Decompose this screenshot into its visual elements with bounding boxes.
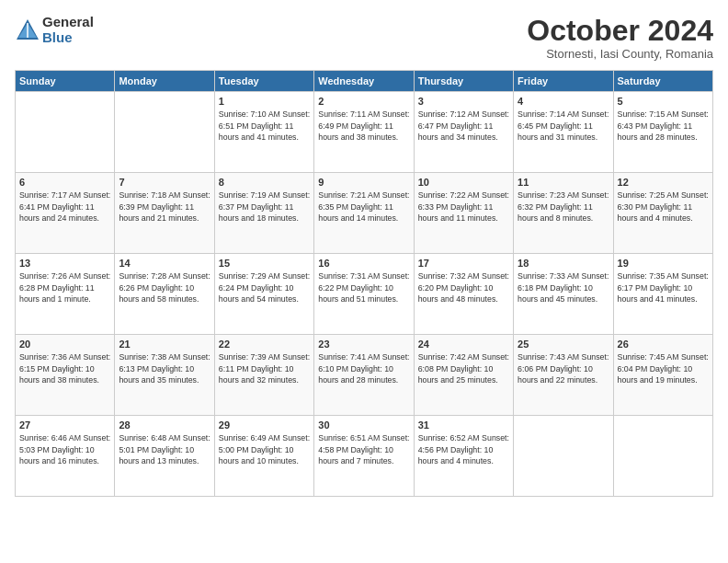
- logo-general-text: General: [42, 15, 94, 30]
- calendar-cell-2-4: 17Sunrise: 7:32 AM Sunset: 6:20 PM Dayli…: [414, 254, 513, 335]
- calendar-cell-0-2: 1Sunrise: 7:10 AM Sunset: 6:51 PM Daylig…: [214, 92, 313, 173]
- day-info: Sunrise: 7:36 AM Sunset: 6:15 PM Dayligh…: [19, 351, 110, 385]
- day-number: 17: [418, 258, 509, 269]
- calendar-cell-1-3: 9Sunrise: 7:21 AM Sunset: 6:35 PM Daylig…: [314, 173, 414, 254]
- day-number: 1: [219, 96, 310, 107]
- header-tuesday: Tuesday: [214, 71, 313, 92]
- calendar-cell-4-4: 31Sunrise: 6:52 AM Sunset: 4:56 PM Dayli…: [414, 416, 513, 497]
- logo: General Blue: [15, 15, 94, 45]
- calendar-cell-0-6: 5Sunrise: 7:15 AM Sunset: 6:43 PM Daylig…: [613, 92, 712, 173]
- logo-icon: [15, 17, 40, 43]
- header: General Blue October 2024 Stornesti, Ias…: [15, 15, 713, 61]
- day-info: Sunrise: 7:22 AM Sunset: 6:33 PM Dayligh…: [418, 190, 509, 224]
- header-friday: Friday: [514, 71, 613, 92]
- day-info: Sunrise: 6:52 AM Sunset: 4:56 PM Dayligh…: [418, 432, 509, 466]
- day-number: 23: [318, 339, 409, 350]
- day-info: Sunrise: 7:19 AM Sunset: 6:37 PM Dayligh…: [219, 190, 310, 224]
- day-number: 28: [119, 419, 210, 431]
- header-wednesday: Wednesday: [314, 71, 414, 92]
- day-number: 4: [518, 96, 609, 107]
- day-info: Sunrise: 7:18 AM Sunset: 6:39 PM Dayligh…: [119, 190, 210, 224]
- day-number: 9: [318, 177, 409, 188]
- header-sunday: Sunday: [16, 71, 115, 92]
- calendar-cell-2-5: 18Sunrise: 7:33 AM Sunset: 6:18 PM Dayli…: [514, 254, 613, 335]
- day-info: Sunrise: 7:14 AM Sunset: 6:45 PM Dayligh…: [518, 109, 609, 143]
- day-number: 5: [618, 96, 709, 107]
- day-number: 29: [219, 419, 310, 431]
- calendar-cell-4-0: 27Sunrise: 6:46 AM Sunset: 5:03 PM Dayli…: [16, 416, 115, 497]
- day-number: 20: [19, 339, 110, 350]
- day-number: 18: [518, 258, 609, 269]
- calendar-cell-1-4: 10Sunrise: 7:22 AM Sunset: 6:33 PM Dayli…: [414, 173, 513, 254]
- day-number: 12: [618, 177, 709, 188]
- day-info: Sunrise: 6:51 AM Sunset: 4:58 PM Dayligh…: [318, 432, 409, 466]
- calendar-cell-3-5: 25Sunrise: 7:43 AM Sunset: 6:06 PM Dayli…: [514, 335, 613, 416]
- day-number: 11: [518, 177, 609, 188]
- day-info: Sunrise: 7:26 AM Sunset: 6:28 PM Dayligh…: [19, 270, 110, 304]
- day-info: Sunrise: 7:41 AM Sunset: 6:10 PM Dayligh…: [318, 351, 409, 385]
- day-number: 21: [119, 339, 210, 350]
- day-info: Sunrise: 7:38 AM Sunset: 6:13 PM Dayligh…: [119, 351, 210, 385]
- week-row-3: 20Sunrise: 7:36 AM Sunset: 6:15 PM Dayli…: [16, 335, 713, 416]
- week-row-0: 1Sunrise: 7:10 AM Sunset: 6:51 PM Daylig…: [16, 92, 713, 173]
- week-row-4: 27Sunrise: 6:46 AM Sunset: 5:03 PM Dayli…: [16, 416, 713, 497]
- calendar-cell-3-1: 21Sunrise: 7:38 AM Sunset: 6:13 PM Dayli…: [115, 335, 214, 416]
- location-text: Stornesti, Iasi County, Romania: [527, 47, 713, 61]
- title-block: October 2024 Stornesti, Iasi County, Rom…: [527, 15, 713, 61]
- day-number: 24: [418, 339, 509, 350]
- calendar-cell-0-1: [115, 92, 214, 173]
- day-info: Sunrise: 7:43 AM Sunset: 6:06 PM Dayligh…: [518, 351, 609, 385]
- day-number: 27: [19, 419, 110, 431]
- calendar-cell-1-0: 6Sunrise: 7:17 AM Sunset: 6:41 PM Daylig…: [16, 173, 115, 254]
- day-info: Sunrise: 7:31 AM Sunset: 6:22 PM Dayligh…: [318, 270, 409, 304]
- calendar-table: Sunday Monday Tuesday Wednesday Thursday…: [15, 70, 713, 497]
- day-info: Sunrise: 6:46 AM Sunset: 5:03 PM Dayligh…: [19, 432, 110, 466]
- day-info: Sunrise: 6:49 AM Sunset: 5:00 PM Dayligh…: [219, 432, 310, 466]
- day-number: 2: [318, 96, 409, 107]
- calendar-cell-3-6: 26Sunrise: 7:45 AM Sunset: 6:04 PM Dayli…: [613, 335, 712, 416]
- page: General Blue October 2024 Stornesti, Ias…: [0, 0, 728, 563]
- day-info: Sunrise: 7:32 AM Sunset: 6:20 PM Dayligh…: [418, 270, 509, 304]
- day-number: 3: [418, 96, 509, 107]
- header-saturday: Saturday: [613, 71, 712, 92]
- day-number: 19: [618, 258, 709, 269]
- day-info: Sunrise: 7:10 AM Sunset: 6:51 PM Dayligh…: [219, 109, 310, 143]
- calendar-cell-2-2: 15Sunrise: 7:29 AM Sunset: 6:24 PM Dayli…: [214, 254, 313, 335]
- day-info: Sunrise: 7:11 AM Sunset: 6:49 PM Dayligh…: [318, 109, 409, 143]
- day-number: 25: [518, 339, 609, 350]
- day-number: 15: [219, 258, 310, 269]
- day-info: Sunrise: 7:39 AM Sunset: 6:11 PM Dayligh…: [219, 351, 310, 385]
- day-info: Sunrise: 6:48 AM Sunset: 5:01 PM Dayligh…: [119, 432, 210, 466]
- logo-blue-text: Blue: [42, 30, 94, 46]
- day-info: Sunrise: 7:23 AM Sunset: 6:32 PM Dayligh…: [518, 190, 609, 224]
- day-info: Sunrise: 7:21 AM Sunset: 6:35 PM Dayligh…: [318, 190, 409, 224]
- calendar-cell-0-4: 3Sunrise: 7:12 AM Sunset: 6:47 PM Daylig…: [414, 92, 513, 173]
- day-number: 30: [318, 419, 409, 431]
- week-row-1: 6Sunrise: 7:17 AM Sunset: 6:41 PM Daylig…: [16, 173, 713, 254]
- day-info: Sunrise: 7:15 AM Sunset: 6:43 PM Dayligh…: [618, 109, 709, 143]
- day-number: 26: [618, 339, 709, 350]
- calendar-cell-0-5: 4Sunrise: 7:14 AM Sunset: 6:45 PM Daylig…: [514, 92, 613, 173]
- day-number: 7: [119, 177, 210, 188]
- calendar-cell-3-0: 20Sunrise: 7:36 AM Sunset: 6:15 PM Dayli…: [16, 335, 115, 416]
- calendar-cell-3-2: 22Sunrise: 7:39 AM Sunset: 6:11 PM Dayli…: [214, 335, 313, 416]
- calendar-cell-0-0: [16, 92, 115, 173]
- header-thursday: Thursday: [414, 71, 513, 92]
- calendar-cell-2-3: 16Sunrise: 7:31 AM Sunset: 6:22 PM Dayli…: [314, 254, 414, 335]
- calendar-header-row: Sunday Monday Tuesday Wednesday Thursday…: [16, 71, 713, 92]
- day-number: 10: [418, 177, 509, 188]
- calendar-cell-1-5: 11Sunrise: 7:23 AM Sunset: 6:32 PM Dayli…: [514, 173, 613, 254]
- calendar-cell-4-3: 30Sunrise: 6:51 AM Sunset: 4:58 PM Dayli…: [314, 416, 414, 497]
- calendar-cell-2-0: 13Sunrise: 7:26 AM Sunset: 6:28 PM Dayli…: [16, 254, 115, 335]
- logo-text: General Blue: [42, 15, 94, 45]
- day-number: 8: [219, 177, 310, 188]
- calendar-cell-1-2: 8Sunrise: 7:19 AM Sunset: 6:37 PM Daylig…: [214, 173, 313, 254]
- day-number: 22: [219, 339, 310, 350]
- calendar-cell-3-3: 23Sunrise: 7:41 AM Sunset: 6:10 PM Dayli…: [314, 335, 414, 416]
- day-info: Sunrise: 7:29 AM Sunset: 6:24 PM Dayligh…: [219, 270, 310, 304]
- calendar-cell-0-3: 2Sunrise: 7:11 AM Sunset: 6:49 PM Daylig…: [314, 92, 414, 173]
- month-title: October 2024: [527, 15, 713, 47]
- calendar-cell-1-6: 12Sunrise: 7:25 AM Sunset: 6:30 PM Dayli…: [613, 173, 712, 254]
- header-monday: Monday: [115, 71, 214, 92]
- day-info: Sunrise: 7:12 AM Sunset: 6:47 PM Dayligh…: [418, 109, 509, 143]
